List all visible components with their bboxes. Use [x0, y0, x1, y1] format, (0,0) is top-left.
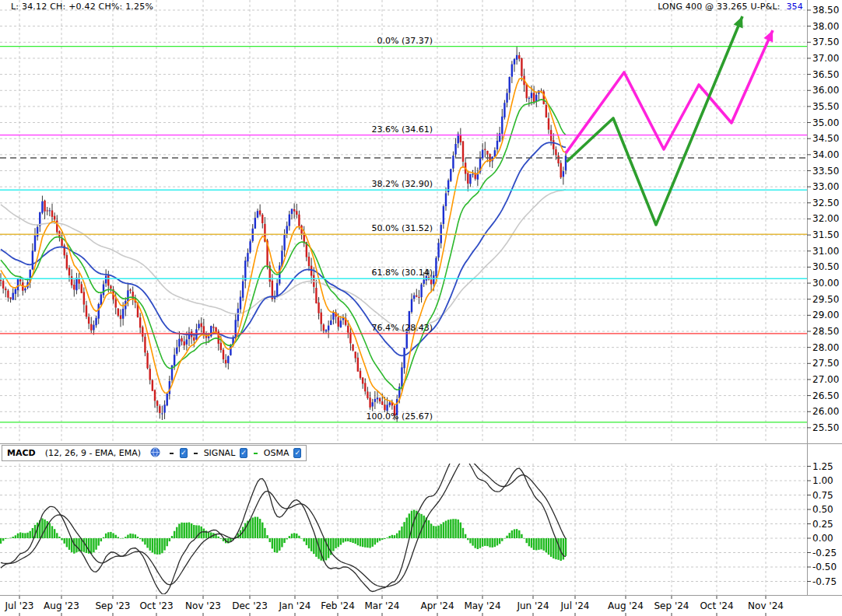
price-tick-label: 36.00	[812, 85, 839, 96]
osma-histogram	[0, 509, 567, 561]
moving-averages	[1, 79, 566, 405]
globe-icon[interactable]	[150, 447, 160, 460]
month-tick-label: Sep '23	[96, 600, 131, 611]
change-label: CH:	[50, 2, 65, 12]
price-tick-label: 25.50	[812, 422, 839, 433]
fib-label: 38.2% (32.90)	[371, 179, 433, 189]
price-tick-label: 36.50	[812, 69, 839, 80]
position-text: LONG 400 @ 33.265	[658, 2, 748, 12]
price-tick-label: 33.50	[812, 166, 839, 177]
macd-line-swatch	[170, 453, 174, 454]
upl-label: U-P&L:	[750, 2, 780, 12]
position-info: LONG 400 @ 33.265 U-P&L: 354	[658, 2, 803, 12]
macd-indicator-header: MACD (12, 26, 9 - EMA, EMA) ✓ SIGNAL ✓ O…	[2, 445, 307, 461]
macd-axis: 1.251.000.750.500.250.00-0.25-0.50-0.75	[807, 461, 837, 587]
ma-slow-blue	[1, 142, 566, 355]
month-tick-label: Jun '24	[516, 600, 549, 611]
month-tick-label: Feb '24	[321, 600, 355, 611]
price-tick-label: 27.50	[812, 358, 839, 369]
month-tick-label: Jul '24	[560, 600, 590, 611]
fib-label: 61.8% (30.14)	[371, 268, 433, 278]
price-tick-label: 37.50	[812, 37, 839, 47]
trading-chart-window: 0.0% (37.37)23.6% (34.61)38.2% (32.90)50…	[0, 0, 842, 616]
fib-label: 23.6% (34.61)	[371, 124, 433, 135]
change-pct-value: 1.25%	[125, 2, 153, 12]
last-label: L:	[11, 2, 19, 12]
price-tick-label: 34.00	[812, 149, 839, 160]
macd-tick-label: 0.75	[812, 490, 833, 501]
price-tick-label: 26.50	[812, 390, 839, 401]
macd-line	[1, 446, 566, 594]
price-tick-label: 30.50	[812, 261, 839, 272]
macd-tick-label: -0.25	[812, 548, 837, 558]
month-tick-label: May '24	[464, 600, 500, 611]
price-tick-label: 30.00	[812, 278, 839, 289]
price-tick-label: 28.00	[812, 342, 839, 353]
price-tick-label: 35.00	[812, 117, 839, 128]
month-tick-label: Aug '23	[44, 600, 79, 611]
price-tick-label: 31.00	[812, 246, 839, 257]
fib-label: 50.0% (31.52)	[371, 223, 433, 233]
macd-tick-label: 1.25	[812, 461, 833, 472]
fib-label: 0.0% (37.37)	[377, 36, 433, 46]
month-tick-label: Oct '23	[139, 600, 173, 611]
change-value: +0.42	[68, 2, 96, 12]
price-tick-label: 34.50	[812, 133, 839, 144]
osma-label: OSMA	[264, 448, 289, 458]
price-tick-label: 26.00	[812, 406, 839, 417]
osma-checkbox[interactable]: ✓	[293, 448, 301, 458]
month-tick-label: Sep '24	[654, 600, 689, 611]
signal-line	[1, 459, 566, 587]
month-tick-label: Apr '24	[420, 600, 454, 611]
month-tick-label: Dec '23	[232, 600, 268, 611]
price-tick-label: 31.50	[812, 229, 839, 240]
macd-line-checkbox[interactable]: ✓	[180, 448, 188, 458]
month-tick-label: Aug '24	[608, 600, 644, 611]
price-tick-label: 38.00	[812, 21, 839, 32]
price-tick-label: 32.00	[812, 213, 839, 224]
macd-tick-label: 0.00	[812, 533, 833, 544]
ma-medium-green	[1, 100, 566, 390]
signal-label: SIGNAL	[204, 448, 236, 458]
month-tick-label: Oct '24	[700, 600, 733, 611]
price-tick-label: 35.50	[812, 101, 839, 112]
macd-tick-label: 0.25	[812, 519, 833, 530]
change-pct-label: CH%:	[99, 2, 123, 12]
signal-line-swatch	[194, 453, 198, 454]
osma-swatch	[254, 453, 258, 454]
macd-lines	[1, 446, 566, 594]
fib-label: 76.4% (28.43)	[371, 323, 433, 333]
last-value: 34.12	[22, 2, 47, 12]
price-tick-label: 27.00	[812, 374, 839, 385]
macd-tick-label: 1.00	[812, 475, 833, 486]
price-tick-label: 29.00	[812, 310, 839, 320]
chart-canvas[interactable]: 0.0% (37.37)23.6% (34.61)38.2% (32.90)50…	[0, 0, 842, 616]
price-tick-label: 28.50	[812, 326, 839, 337]
price-tick-label: 38.50	[812, 5, 839, 16]
macd-tick-label: -0.75	[812, 576, 837, 587]
macd-tick-label: 0.50	[812, 504, 833, 515]
month-tick-label: Mar '24	[364, 600, 399, 611]
month-tick-label: Nov '23	[185, 600, 221, 611]
time-axis: Jul '23Aug '23Sep '23Oct '23Nov '23Dec '…	[5, 596, 784, 616]
price-tick-label: 29.50	[812, 294, 839, 305]
signal-checkbox[interactable]: ✓	[240, 448, 247, 458]
price-axis: 38.5038.0037.5037.0036.5036.0035.5035.00…	[807, 5, 839, 433]
month-tick-label: Nov '24	[748, 600, 784, 611]
price-tick-label: 32.50	[812, 198, 839, 208]
price-tick-label: 33.00	[812, 181, 839, 192]
month-tick-label: Jul '23	[5, 600, 34, 611]
month-tick-label: Jan '24	[279, 600, 311, 611]
macd-tick-label: -0.50	[812, 562, 837, 572]
macd-params: (12, 26, 9 - EMA, EMA)	[45, 448, 141, 458]
macd-title: MACD	[7, 448, 36, 458]
upl-value: 354	[786, 2, 803, 12]
quote-info: L: 34.12 CH: +0.42 CH%: 1.25%	[11, 2, 153, 12]
fib-label: 100.0% (25.67)	[366, 411, 433, 422]
price-tick-label: 37.00	[812, 53, 839, 64]
